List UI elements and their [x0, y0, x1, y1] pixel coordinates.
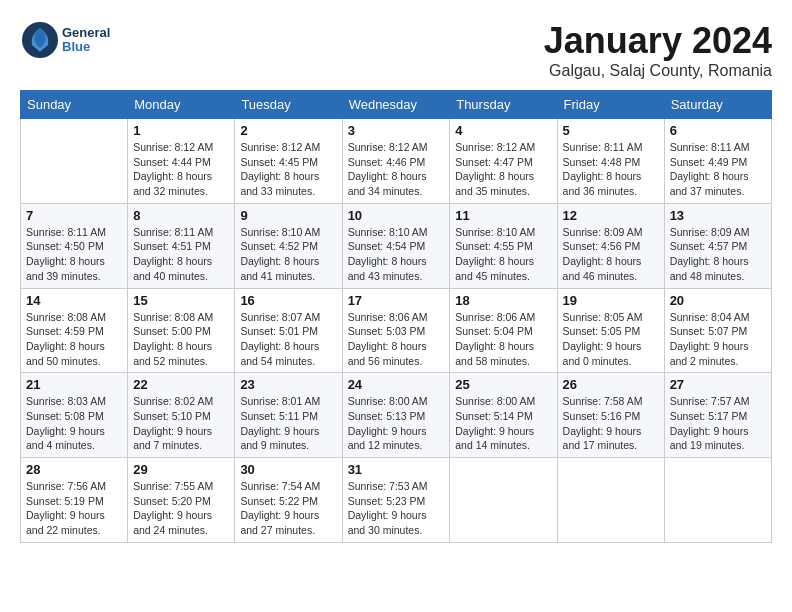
day-number: 6: [670, 123, 766, 138]
table-row: 29Sunrise: 7:55 AMSunset: 5:20 PMDayligh…: [128, 458, 235, 543]
table-row: 28Sunrise: 7:56 AMSunset: 5:19 PMDayligh…: [21, 458, 128, 543]
day-number: 2: [240, 123, 336, 138]
location-title: Galgau, Salaj County, Romania: [544, 62, 772, 80]
day-info: Sunrise: 8:12 AMSunset: 4:44 PMDaylight:…: [133, 140, 229, 199]
day-info: Sunrise: 7:53 AMSunset: 5:23 PMDaylight:…: [348, 479, 445, 538]
calendar-week-row: 14Sunrise: 8:08 AMSunset: 4:59 PMDayligh…: [21, 288, 772, 373]
day-info: Sunrise: 8:08 AMSunset: 5:00 PMDaylight:…: [133, 310, 229, 369]
day-info: Sunrise: 7:57 AMSunset: 5:17 PMDaylight:…: [670, 394, 766, 453]
day-number: 3: [348, 123, 445, 138]
table-row: 16Sunrise: 8:07 AMSunset: 5:01 PMDayligh…: [235, 288, 342, 373]
day-info: Sunrise: 8:04 AMSunset: 5:07 PMDaylight:…: [670, 310, 766, 369]
day-number: 14: [26, 293, 122, 308]
table-row: 12Sunrise: 8:09 AMSunset: 4:56 PMDayligh…: [557, 203, 664, 288]
table-row: 14Sunrise: 8:08 AMSunset: 4:59 PMDayligh…: [21, 288, 128, 373]
day-number: 12: [563, 208, 659, 223]
table-row: 10Sunrise: 8:10 AMSunset: 4:54 PMDayligh…: [342, 203, 450, 288]
day-info: Sunrise: 8:11 AMSunset: 4:48 PMDaylight:…: [563, 140, 659, 199]
day-info: Sunrise: 8:09 AMSunset: 4:56 PMDaylight:…: [563, 225, 659, 284]
day-number: 22: [133, 377, 229, 392]
day-number: 20: [670, 293, 766, 308]
month-title: January 2024: [544, 20, 772, 62]
header-friday: Friday: [557, 91, 664, 119]
day-number: 28: [26, 462, 122, 477]
table-row: 25Sunrise: 8:00 AMSunset: 5:14 PMDayligh…: [450, 373, 557, 458]
day-number: 1: [133, 123, 229, 138]
table-row: 17Sunrise: 8:06 AMSunset: 5:03 PMDayligh…: [342, 288, 450, 373]
day-number: 25: [455, 377, 551, 392]
calendar-week-row: 1Sunrise: 8:12 AMSunset: 4:44 PMDaylight…: [21, 119, 772, 204]
day-info: Sunrise: 8:12 AMSunset: 4:46 PMDaylight:…: [348, 140, 445, 199]
day-info: Sunrise: 8:12 AMSunset: 4:45 PMDaylight:…: [240, 140, 336, 199]
table-row: 9Sunrise: 8:10 AMSunset: 4:52 PMDaylight…: [235, 203, 342, 288]
day-number: 9: [240, 208, 336, 223]
calendar-table: Sunday Monday Tuesday Wednesday Thursday…: [20, 90, 772, 543]
day-number: 11: [455, 208, 551, 223]
day-info: Sunrise: 8:06 AMSunset: 5:04 PMDaylight:…: [455, 310, 551, 369]
day-info: Sunrise: 8:11 AMSunset: 4:49 PMDaylight:…: [670, 140, 766, 199]
day-info: Sunrise: 8:11 AMSunset: 4:51 PMDaylight:…: [133, 225, 229, 284]
day-number: 27: [670, 377, 766, 392]
logo-general: General: [62, 25, 110, 40]
table-row: 3Sunrise: 8:12 AMSunset: 4:46 PMDaylight…: [342, 119, 450, 204]
table-row: [450, 458, 557, 543]
header-wednesday: Wednesday: [342, 91, 450, 119]
calendar-week-row: 7Sunrise: 8:11 AMSunset: 4:50 PMDaylight…: [21, 203, 772, 288]
day-number: 26: [563, 377, 659, 392]
table-row: 8Sunrise: 8:11 AMSunset: 4:51 PMDaylight…: [128, 203, 235, 288]
table-row: [664, 458, 771, 543]
day-number: 16: [240, 293, 336, 308]
table-row: 20Sunrise: 8:04 AMSunset: 5:07 PMDayligh…: [664, 288, 771, 373]
table-row: 26Sunrise: 7:58 AMSunset: 5:16 PMDayligh…: [557, 373, 664, 458]
table-row: 15Sunrise: 8:08 AMSunset: 5:00 PMDayligh…: [128, 288, 235, 373]
table-row: 22Sunrise: 8:02 AMSunset: 5:10 PMDayligh…: [128, 373, 235, 458]
day-number: 29: [133, 462, 229, 477]
day-number: 21: [26, 377, 122, 392]
logo: General Blue: [20, 20, 110, 60]
logo-icon: [20, 20, 60, 60]
title-area: January 2024 Galgau, Salaj County, Roman…: [544, 20, 772, 80]
calendar-week-row: 28Sunrise: 7:56 AMSunset: 5:19 PMDayligh…: [21, 458, 772, 543]
table-row: 6Sunrise: 8:11 AMSunset: 4:49 PMDaylight…: [664, 119, 771, 204]
day-info: Sunrise: 8:09 AMSunset: 4:57 PMDaylight:…: [670, 225, 766, 284]
table-row: 5Sunrise: 8:11 AMSunset: 4:48 PMDaylight…: [557, 119, 664, 204]
day-number: 19: [563, 293, 659, 308]
day-info: Sunrise: 8:07 AMSunset: 5:01 PMDaylight:…: [240, 310, 336, 369]
table-row: 21Sunrise: 8:03 AMSunset: 5:08 PMDayligh…: [21, 373, 128, 458]
day-info: Sunrise: 8:10 AMSunset: 4:54 PMDaylight:…: [348, 225, 445, 284]
day-number: 15: [133, 293, 229, 308]
table-row: [557, 458, 664, 543]
header-sunday: Sunday: [21, 91, 128, 119]
table-row: 2Sunrise: 8:12 AMSunset: 4:45 PMDaylight…: [235, 119, 342, 204]
day-info: Sunrise: 8:05 AMSunset: 5:05 PMDaylight:…: [563, 310, 659, 369]
day-info: Sunrise: 7:55 AMSunset: 5:20 PMDaylight:…: [133, 479, 229, 538]
table-row: 31Sunrise: 7:53 AMSunset: 5:23 PMDayligh…: [342, 458, 450, 543]
table-row: 19Sunrise: 8:05 AMSunset: 5:05 PMDayligh…: [557, 288, 664, 373]
day-info: Sunrise: 7:56 AMSunset: 5:19 PMDaylight:…: [26, 479, 122, 538]
day-info: Sunrise: 8:06 AMSunset: 5:03 PMDaylight:…: [348, 310, 445, 369]
header-thursday: Thursday: [450, 91, 557, 119]
calendar-week-row: 21Sunrise: 8:03 AMSunset: 5:08 PMDayligh…: [21, 373, 772, 458]
day-info: Sunrise: 8:12 AMSunset: 4:47 PMDaylight:…: [455, 140, 551, 199]
day-number: 7: [26, 208, 122, 223]
day-info: Sunrise: 8:03 AMSunset: 5:08 PMDaylight:…: [26, 394, 122, 453]
day-info: Sunrise: 8:10 AMSunset: 4:52 PMDaylight:…: [240, 225, 336, 284]
table-row: 13Sunrise: 8:09 AMSunset: 4:57 PMDayligh…: [664, 203, 771, 288]
page-header: General Blue January 2024 Galgau, Salaj …: [20, 20, 772, 80]
day-info: Sunrise: 7:58 AMSunset: 5:16 PMDaylight:…: [563, 394, 659, 453]
header-tuesday: Tuesday: [235, 91, 342, 119]
logo-blue: Blue: [62, 39, 90, 54]
day-info: Sunrise: 8:01 AMSunset: 5:11 PMDaylight:…: [240, 394, 336, 453]
header-monday: Monday: [128, 91, 235, 119]
day-info: Sunrise: 8:00 AMSunset: 5:13 PMDaylight:…: [348, 394, 445, 453]
day-number: 24: [348, 377, 445, 392]
table-row: 1Sunrise: 8:12 AMSunset: 4:44 PMDaylight…: [128, 119, 235, 204]
day-number: 31: [348, 462, 445, 477]
table-row: 7Sunrise: 8:11 AMSunset: 4:50 PMDaylight…: [21, 203, 128, 288]
day-info: Sunrise: 8:10 AMSunset: 4:55 PMDaylight:…: [455, 225, 551, 284]
table-row: 18Sunrise: 8:06 AMSunset: 5:04 PMDayligh…: [450, 288, 557, 373]
calendar-body: 1Sunrise: 8:12 AMSunset: 4:44 PMDaylight…: [21, 119, 772, 543]
day-number: 23: [240, 377, 336, 392]
table-row: 4Sunrise: 8:12 AMSunset: 4:47 PMDaylight…: [450, 119, 557, 204]
day-info: Sunrise: 8:11 AMSunset: 4:50 PMDaylight:…: [26, 225, 122, 284]
